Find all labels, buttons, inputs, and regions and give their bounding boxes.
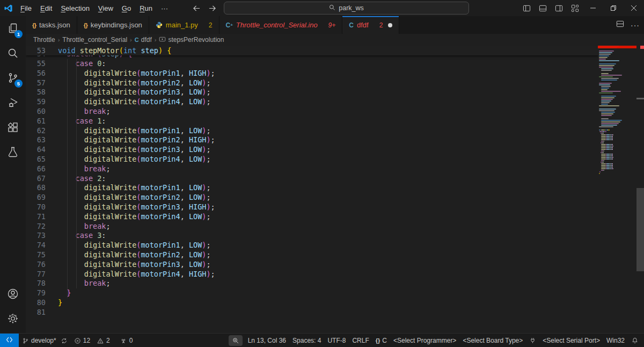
breadcrumb-item[interactable]: Throttle	[33, 36, 55, 44]
forward-arrow-icon[interactable]	[208, 5, 216, 12]
ports-status[interactable]: 0	[116, 334, 136, 347]
search-value: park_ws	[339, 4, 364, 12]
split-editor-icon[interactable]	[616, 20, 624, 30]
toggle-secondary-sidebar-icon[interactable]	[551, 0, 567, 16]
code-editor[interactable]: 54 switch (step) {55 case 0:56 digitalWr…	[26, 46, 644, 333]
plug-indicator[interactable]	[526, 334, 539, 347]
breadcrumb-item[interactable]: Throttle_control_Serial	[62, 36, 127, 44]
tab-problems-badge: 9+	[328, 21, 336, 29]
branch-status[interactable]: develop*	[19, 334, 71, 347]
menu-view[interactable]: View	[94, 3, 118, 14]
minimize-button[interactable]	[583, 0, 603, 16]
tab-problems-badge: 2	[209, 21, 213, 29]
line-content: case 0:	[58, 59, 106, 69]
source-control-icon[interactable]: 5	[0, 66, 26, 90]
more-actions-icon[interactable]: ···	[631, 21, 640, 30]
toggle-sidebar-icon[interactable]	[518, 0, 535, 16]
breadcrumb-label: Throttle_control_Serial	[62, 36, 127, 44]
dirty-indicator-icon[interactable]	[388, 23, 392, 27]
overview-ruler	[636, 46, 644, 333]
indent-guide	[67, 59, 68, 298]
line-number: 69	[26, 193, 58, 203]
line-number: 59	[26, 97, 58, 107]
code-line: 54 switch (step) {	[26, 55, 636, 59]
line-number: 54	[26, 55, 58, 59]
restore-button[interactable]	[603, 0, 624, 16]
line-number: 79	[26, 288, 58, 298]
error-icon	[74, 337, 81, 344]
vertical-scrollbar-thumb[interactable]	[636, 188, 644, 271]
line-content: break;	[58, 164, 111, 174]
close-window-button[interactable]	[624, 0, 644, 16]
indentation[interactable]: Spaces: 4	[289, 334, 324, 347]
customize-layout-icon[interactable]	[567, 0, 583, 16]
back-arrow-icon[interactable]	[193, 5, 201, 12]
extensions-icon[interactable]	[0, 115, 26, 140]
minimap[interactable]	[598, 46, 636, 271]
line-content: break;	[58, 279, 111, 288]
ports-count: 0	[129, 337, 133, 344]
tab-Throttle_control_Serial.ino[interactable]: C+Throttle_control_Serial.ino9+	[219, 16, 343, 34]
breadcrumb-label: stepsPerRevolution	[168, 36, 224, 44]
sticky-scroll-line[interactable]: 53void stepMotor(int step) {	[26, 46, 636, 55]
tab-main_1.py[interactable]: main_1.py2	[149, 16, 219, 34]
tab-label: keybindings.json	[91, 21, 142, 29]
tab-tasks.json[interactable]: {}tasks.json	[26, 16, 77, 34]
line-number: 66	[26, 164, 58, 174]
code-line: 81	[26, 308, 636, 317]
search-view-icon[interactable]	[0, 41, 26, 66]
menu-edit[interactable]: Edit	[36, 3, 56, 14]
tab-keybindings.json[interactable]: {}keybindings.json	[77, 16, 149, 34]
braces-icon: {}	[376, 337, 380, 344]
branch-icon	[22, 337, 29, 344]
breadcrumb-item[interactable]: Cdfdf	[135, 36, 152, 44]
toggle-panel-icon[interactable]	[535, 0, 551, 16]
code-line: 55 case 0:	[26, 59, 636, 69]
breadcrumb-item[interactable]: stepsPerRevolution	[159, 36, 224, 44]
line-number: 80	[26, 298, 58, 308]
sticky-line: 53void stepMotor(int step) {	[26, 46, 636, 55]
command-center-search[interactable]: park_ws	[224, 2, 469, 15]
line-number: 71	[26, 212, 58, 222]
language-mode[interactable]: {} C	[372, 334, 390, 347]
line-number: 53	[26, 46, 58, 55]
menu-go[interactable]: Go	[118, 3, 135, 14]
remote-indicator[interactable]	[0, 334, 19, 347]
sync-icon	[61, 337, 68, 344]
line-content: digitalWrite(motorPin3, LOW);	[58, 260, 211, 270]
warning-icon	[97, 337, 104, 344]
encoding[interactable]: UTF-8	[324, 334, 349, 347]
main-area: 1 5	[0, 16, 644, 333]
platform[interactable]: Win32	[603, 334, 628, 347]
line-number: 57	[26, 78, 58, 88]
cursor-position[interactable]: Ln 13, Col 36	[245, 334, 289, 347]
branch-name: develop*	[31, 337, 56, 344]
line-content: digitalWrite(motorPin1, LOW);	[58, 241, 211, 250]
select-board-type[interactable]: <Select Board Type>	[459, 334, 526, 347]
select-serial-port[interactable]: <Select Serial Port>	[539, 334, 603, 347]
status-bar: develop* 12 2 0 Ln 13, Col 36 Spaces: 4 …	[0, 333, 644, 347]
menu-more[interactable]: ···	[157, 3, 172, 14]
menu-selection[interactable]: Selection	[56, 3, 93, 14]
code-line: 66 break;	[26, 164, 636, 174]
editor-actions: ···	[616, 16, 640, 34]
settings-gear-icon[interactable]	[0, 306, 26, 331]
account-icon[interactable]	[0, 281, 26, 306]
notifications-bell[interactable]	[628, 334, 644, 347]
breadcrumb-separator-icon: ›	[58, 37, 60, 43]
tab-problems-badge: 2	[379, 21, 383, 29]
zoom-indicator[interactable]	[229, 335, 243, 346]
select-programmer[interactable]: <Select Programmer>	[390, 334, 459, 347]
problems-status[interactable]: 12 2	[71, 334, 113, 347]
menu-file[interactable]: File	[16, 3, 36, 14]
code-line: 60 break;	[26, 107, 636, 117]
explorer-icon[interactable]: 1	[0, 16, 26, 41]
line-number: 77	[26, 270, 58, 279]
run-debug-icon[interactable]	[0, 90, 26, 115]
breadcrumb-label: dfdf	[141, 36, 152, 44]
json-file-icon: {}	[84, 22, 87, 28]
menu-run[interactable]: Run	[135, 3, 157, 14]
testing-icon[interactable]	[0, 140, 26, 164]
tab-dfdf[interactable]: Cdfdf2	[342, 16, 399, 34]
eol-sequence[interactable]: CRLF	[349, 334, 372, 347]
